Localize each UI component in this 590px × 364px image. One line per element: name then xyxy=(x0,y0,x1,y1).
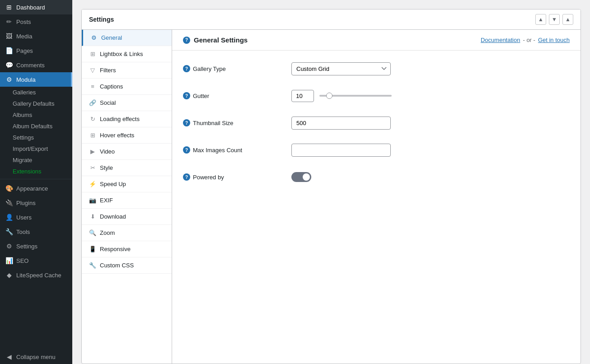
nav-item-style[interactable]: ✂ Style xyxy=(82,160,172,176)
nav-item-speed-up[interactable]: ⚡ Speed Up xyxy=(82,176,172,192)
lightbox-nav-icon: ⊞ xyxy=(89,51,96,57)
sidebar-item-appearance[interactable]: 🎨 Appearance xyxy=(0,181,72,196)
sidebar: ⊞ Dashboard ✏ Posts 🖼 Media 📄 Pages 💬 Co… xyxy=(0,0,72,364)
toggle-thumb xyxy=(303,173,310,181)
general-header-links: Documentation - or - Get in touch xyxy=(481,37,570,43)
modula-icon: ⚙ xyxy=(5,76,13,83)
main-content: Settings ▲ ▼ ▲ ⚙ General ⊞ Lightbox & Li… xyxy=(72,0,590,364)
tools-icon: 🔧 xyxy=(5,228,13,235)
sidebar-sub-albums[interactable]: Albums xyxy=(0,109,72,121)
exif-nav-icon: 📷 xyxy=(89,197,96,204)
nav-item-hover-effects[interactable]: ⊞ Hover effects xyxy=(82,127,172,144)
general-settings-title: General Settings xyxy=(194,36,248,44)
nav-item-exif[interactable]: 📷 EXIF xyxy=(82,192,172,209)
nav-item-lightbox-links[interactable]: ⊞ Lightbox & Links xyxy=(82,46,172,62)
sidebar-sub-migrate[interactable]: Migrate xyxy=(0,154,72,166)
sidebar-item-posts[interactable]: ✏ Posts xyxy=(0,14,72,29)
gutter-label: ? Gutter xyxy=(183,92,291,99)
speed-up-nav-icon: ⚡ xyxy=(89,181,96,187)
loading-effects-nav-icon: ↻ xyxy=(89,116,96,122)
sidebar-item-comments[interactable]: 💬 Comments xyxy=(0,58,72,72)
toggle-track xyxy=(291,172,311,182)
users-icon: 👤 xyxy=(5,214,13,221)
gutter-controls xyxy=(291,90,392,102)
nav-item-responsive[interactable]: 📱 Responsive xyxy=(82,241,172,257)
gallery-type-label: ? Gallery Type xyxy=(183,65,291,72)
sidebar-item-modula[interactable]: ⚙ Modula xyxy=(0,72,72,87)
gutter-slider[interactable] xyxy=(319,95,392,97)
sidebar-sub-gallery-defaults[interactable]: Gallery Defaults xyxy=(0,98,72,109)
custom-css-nav-icon: 🔧 xyxy=(89,262,96,269)
seo-icon: 📊 xyxy=(5,257,13,264)
captions-nav-icon: ≡ xyxy=(89,83,96,90)
general-nav-icon: ⚙ xyxy=(90,34,98,41)
active-indicator xyxy=(71,72,72,87)
posts-icon: ✏ xyxy=(5,18,13,25)
dashboard-icon: ⊞ xyxy=(5,4,13,11)
settings-panel-header: Settings ▲ ▼ ▲ xyxy=(82,9,581,30)
nav-item-loading-effects[interactable]: ↻ Loading effects xyxy=(82,111,172,127)
sidebar-item-collapse[interactable]: ◀ Collapse menu xyxy=(0,350,72,364)
sidebar-item-media[interactable]: 🖼 Media xyxy=(0,29,72,43)
or-separator: - or - xyxy=(523,37,535,43)
nav-item-filters[interactable]: ▽ Filters xyxy=(82,62,172,79)
panel-down-button[interactable]: ▼ xyxy=(549,14,560,25)
thumbnail-size-input[interactable] xyxy=(291,117,391,130)
nav-item-download[interactable]: ⬇ Download xyxy=(82,209,172,225)
max-images-count-help[interactable]: ? xyxy=(183,146,190,154)
thumbnail-size-label: ? Thumbnail Size xyxy=(183,119,291,126)
gallery-type-row: ? Gallery Type Custom Grid Masonry Slide… xyxy=(183,60,570,78)
comments-icon: 💬 xyxy=(5,61,13,69)
max-images-count-input[interactable] xyxy=(291,144,391,157)
settings-panel: Settings ▲ ▼ ▲ ⚙ General ⊞ Lightbox & Li… xyxy=(81,9,581,364)
thumbnail-size-row: ? Thumbnail Size xyxy=(183,114,570,132)
responsive-nav-icon: 📱 xyxy=(89,246,96,252)
contact-link[interactable]: Get in touch xyxy=(538,37,570,43)
powered-by-help[interactable]: ? xyxy=(183,173,190,181)
general-header-left: ? General Settings xyxy=(183,36,248,44)
nav-item-captions[interactable]: ≡ Captions xyxy=(82,79,172,95)
nav-item-zoom[interactable]: 🔍 Zoom xyxy=(82,225,172,241)
download-nav-icon: ⬇ xyxy=(89,213,96,220)
documentation-link[interactable]: Documentation xyxy=(481,37,520,43)
sidebar-item-tools[interactable]: 🔧 Tools xyxy=(0,224,72,239)
social-nav-icon: 🔗 xyxy=(89,99,96,106)
sidebar-item-pages[interactable]: 📄 Pages xyxy=(0,43,72,58)
max-images-count-label: ? Max Images Count xyxy=(183,146,291,154)
sidebar-item-dashboard[interactable]: ⊞ Dashboard xyxy=(0,0,72,14)
gutter-input[interactable] xyxy=(291,90,314,102)
hover-effects-nav-icon: ⊞ xyxy=(89,132,96,139)
sidebar-item-seo[interactable]: 📊 SEO xyxy=(0,253,72,268)
sidebar-item-litespeed[interactable]: ◆ LiteSpeed Cache xyxy=(0,268,72,282)
sidebar-item-plugins[interactable]: 🔌 Plugins xyxy=(0,196,72,210)
nav-item-general[interactable]: ⚙ General xyxy=(82,30,172,46)
panel-collapse-button[interactable]: ▲ xyxy=(562,14,573,25)
filters-nav-icon: ▽ xyxy=(89,67,96,74)
general-help-badge[interactable]: ? xyxy=(183,37,190,44)
gallery-type-select[interactable]: Custom Grid Masonry Slideshow Grid xyxy=(291,62,391,75)
sidebar-item-users[interactable]: 👤 Users xyxy=(0,210,72,224)
gallery-type-help[interactable]: ? xyxy=(183,65,190,72)
sidebar-sub-album-defaults[interactable]: Album Defaults xyxy=(0,121,72,132)
settings-content: ? General Settings Documentation - or - … xyxy=(172,30,581,364)
general-settings-header: ? General Settings Documentation - or - … xyxy=(172,30,581,51)
nav-item-social[interactable]: 🔗 Social xyxy=(82,95,172,111)
nav-item-custom-css[interactable]: 🔧 Custom CSS xyxy=(82,257,172,274)
max-images-count-row: ? Max Images Count xyxy=(183,141,570,159)
gutter-help[interactable]: ? xyxy=(183,92,190,99)
style-nav-icon: ✂ xyxy=(89,164,96,171)
sidebar-sub-settings[interactable]: Settings xyxy=(0,132,72,143)
sidebar-item-settings-main[interactable]: ⚙ Settings xyxy=(0,239,72,253)
plugins-icon: 🔌 xyxy=(5,199,13,206)
settings-panel-title: Settings xyxy=(89,16,114,23)
sidebar-sub-galleries[interactable]: Galleries xyxy=(0,87,72,98)
nav-item-video[interactable]: ▶ Video xyxy=(82,144,172,160)
powered-by-toggle[interactable] xyxy=(291,172,311,182)
sidebar-sub-import-export[interactable]: Import/Export xyxy=(0,143,72,154)
appearance-icon: 🎨 xyxy=(5,185,13,192)
collapse-icon: ◀ xyxy=(5,353,13,360)
panel-up-button[interactable]: ▲ xyxy=(535,14,546,25)
sidebar-sub-extensions[interactable]: Extensions xyxy=(0,166,72,177)
zoom-nav-icon: 🔍 xyxy=(89,229,96,236)
thumbnail-size-help[interactable]: ? xyxy=(183,119,190,126)
